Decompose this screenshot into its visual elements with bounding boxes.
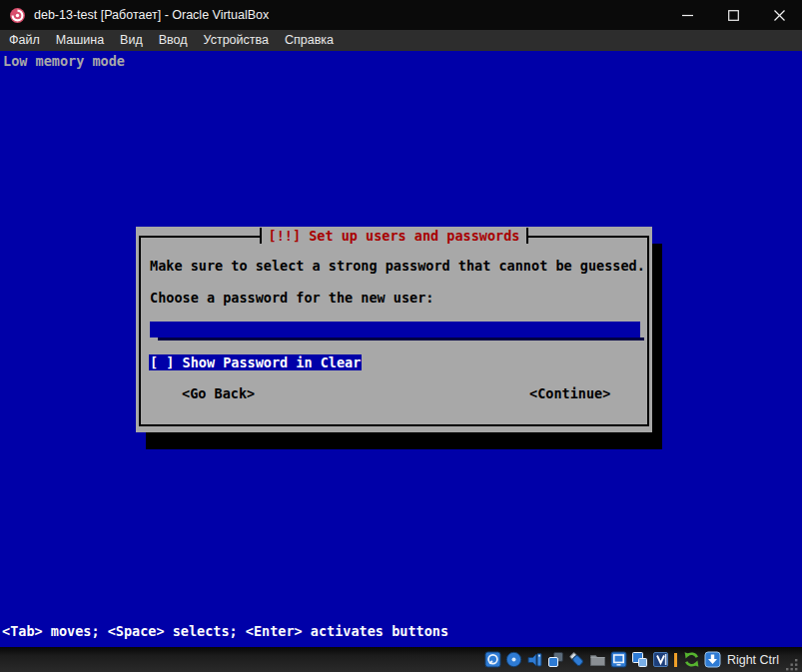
menu-devices[interactable]: Устройства	[196, 30, 277, 51]
statusbar: Right Ctrl	[0, 647, 802, 672]
audio-icon[interactable]	[526, 651, 543, 668]
window-title: deb-13-test [Работает] - Oracle VirtualB…	[34, 8, 269, 22]
resize-grip[interactable]	[785, 656, 799, 672]
menu-machine[interactable]: Машина	[48, 30, 112, 51]
optical-disc-icon[interactable]	[505, 651, 522, 668]
menu-help[interactable]: Справка	[277, 30, 342, 51]
maximize-button[interactable]	[710, 0, 756, 30]
guest-terminal-screen[interactable]: Low memory mode [!!] Set up users and pa…	[0, 51, 802, 647]
dialog-message: Make sure to select a strong password th…	[150, 258, 645, 274]
password-input[interactable]	[150, 322, 640, 337]
window-titlebar: deb-13-test [Работает] - Oracle VirtualB…	[0, 0, 802, 30]
display-icon[interactable]	[610, 651, 627, 668]
menu-file[interactable]: Файл	[1, 30, 48, 51]
network-icon[interactable]	[547, 651, 564, 668]
virtualbox-logo-icon	[9, 7, 26, 24]
minimize-button[interactable]	[664, 0, 710, 30]
menubar: Файл Машина Вид Ввод Устройства Справка	[0, 30, 802, 51]
shared-folders-icon[interactable]	[589, 651, 606, 668]
go-back-button[interactable]: <Go Back>	[182, 385, 255, 401]
keyboard-icon[interactable]	[704, 651, 721, 668]
keyboard-help-line: <Tab> moves; <Space> selects; <Enter> ac…	[2, 623, 448, 639]
usb-icon[interactable]	[568, 651, 585, 668]
features-icon[interactable]	[652, 651, 669, 668]
password-input-shadow	[158, 337, 644, 340]
setup-users-passwords-dialog: [!!] Set up users and passwords Make sur…	[136, 227, 652, 432]
dialog-title: [!!] Set up users and passwords	[260, 228, 529, 244]
window-controls	[664, 0, 802, 30]
menu-input[interactable]: Ввод	[151, 30, 196, 51]
password-prompt-label: Choose a password for the new user:	[150, 290, 433, 306]
continue-button[interactable]: <Continue>	[529, 385, 610, 401]
hard-disk-icon[interactable]	[484, 651, 501, 668]
recording-icon[interactable]	[631, 651, 648, 668]
low-memory-status: Low memory mode	[3, 53, 125, 69]
activity-indicator	[674, 653, 677, 667]
menu-view[interactable]: Вид	[112, 30, 151, 51]
close-button[interactable]	[756, 0, 802, 30]
host-key-label: Right Ctrl	[727, 653, 779, 667]
show-password-checkbox[interactable]: [ ] Show Password in Clear	[149, 354, 362, 370]
mouse-integration-icon[interactable]	[683, 651, 700, 668]
